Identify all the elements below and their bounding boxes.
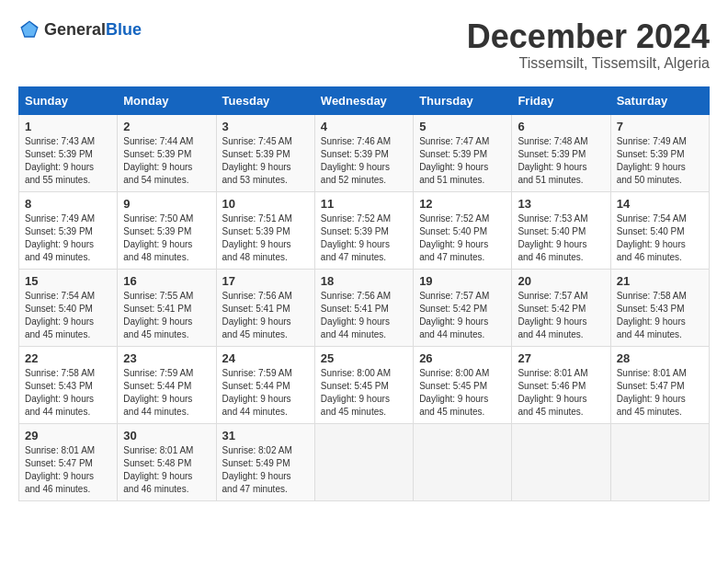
day-number: 28	[617, 351, 703, 365]
table-row	[512, 423, 610, 500]
table-row: 27 Sunrise: 8:01 AMSunset: 5:46 PMDaylig…	[512, 346, 610, 423]
day-info: Sunrise: 7:45 AMSunset: 5:39 PMDaylight:…	[222, 136, 292, 185]
calendar-week-row: 22 Sunrise: 7:58 AMSunset: 5:43 PMDaylig…	[19, 346, 710, 423]
day-info: Sunrise: 7:59 AMSunset: 5:44 PMDaylight:…	[123, 368, 193, 417]
table-row: 29 Sunrise: 8:01 AMSunset: 5:47 PMDaylig…	[19, 423, 118, 500]
col-saturday: Saturday	[610, 86, 709, 114]
day-info: Sunrise: 7:54 AMSunset: 5:40 PMDaylight:…	[25, 291, 95, 339]
table-row: 25 Sunrise: 8:00 AMSunset: 5:45 PMDaylig…	[314, 346, 413, 423]
day-number: 12	[419, 197, 506, 211]
calendar-week-row: 1 Sunrise: 7:43 AMSunset: 5:39 PMDayligh…	[19, 114, 710, 191]
table-row: 9 Sunrise: 7:50 AMSunset: 5:39 PMDayligh…	[118, 191, 216, 269]
table-row: 15 Sunrise: 7:54 AMSunset: 5:40 PMDaylig…	[19, 269, 118, 346]
day-number: 2	[123, 120, 210, 133]
day-number: 25	[321, 351, 407, 365]
calendar-header-row: Sunday Monday Tuesday Wednesday Thursday…	[19, 86, 710, 114]
table-row: 28 Sunrise: 8:01 AMSunset: 5:47 PMDaylig…	[610, 346, 709, 423]
day-info: Sunrise: 7:58 AMSunset: 5:43 PMDaylight:…	[25, 368, 95, 417]
day-info: Sunrise: 7:44 AMSunset: 5:39 PMDaylight:…	[123, 136, 193, 185]
day-number: 18	[321, 274, 407, 288]
title-section: December 2024 Tissemsilt, Tissemsilt, Al…	[467, 18, 710, 72]
day-info: Sunrise: 7:56 AMSunset: 5:41 PMDaylight:…	[222, 291, 292, 339]
table-row: 8 Sunrise: 7:49 AMSunset: 5:39 PMDayligh…	[19, 191, 118, 269]
table-row: 11 Sunrise: 7:52 AMSunset: 5:39 PMDaylig…	[314, 191, 413, 269]
day-number: 22	[25, 351, 111, 365]
day-number: 23	[123, 351, 210, 365]
day-info: Sunrise: 7:57 AMSunset: 5:42 PMDaylight:…	[419, 291, 489, 339]
table-row: 23 Sunrise: 7:59 AMSunset: 5:44 PMDaylig…	[118, 346, 216, 423]
svg-marker-1	[22, 22, 37, 36]
day-number: 21	[617, 274, 703, 288]
day-info: Sunrise: 7:53 AMSunset: 5:40 PMDaylight:…	[518, 213, 587, 262]
table-row: 16 Sunrise: 7:55 AMSunset: 5:41 PMDaylig…	[118, 269, 216, 346]
day-info: Sunrise: 7:47 AMSunset: 5:39 PMDaylight:…	[419, 136, 489, 185]
table-row: 14 Sunrise: 7:54 AMSunset: 5:40 PMDaylig…	[610, 191, 709, 269]
day-info: Sunrise: 7:54 AMSunset: 5:40 PMDaylight:…	[617, 213, 687, 262]
table-row	[610, 423, 709, 500]
day-number: 30	[123, 429, 210, 442]
day-info: Sunrise: 7:48 AMSunset: 5:39 PMDaylight:…	[518, 136, 587, 185]
calendar-table: Sunday Monday Tuesday Wednesday Thursday…	[18, 86, 710, 501]
day-number: 5	[419, 120, 506, 133]
day-info: Sunrise: 8:01 AMSunset: 5:46 PMDaylight:…	[518, 368, 587, 417]
table-row: 1 Sunrise: 7:43 AMSunset: 5:39 PMDayligh…	[19, 114, 118, 191]
day-info: Sunrise: 7:51 AMSunset: 5:39 PMDaylight:…	[222, 213, 292, 262]
header: GeneralBlue December 2024 Tissemsilt, Ti…	[18, 18, 710, 72]
logo-text-general: General	[44, 20, 106, 39]
day-number: 27	[518, 351, 604, 365]
day-number: 20	[518, 274, 604, 288]
col-sunday: Sunday	[19, 86, 118, 114]
table-row: 2 Sunrise: 7:44 AMSunset: 5:39 PMDayligh…	[118, 114, 216, 191]
table-row: 20 Sunrise: 7:57 AMSunset: 5:42 PMDaylig…	[512, 269, 610, 346]
logo: GeneralBlue	[18, 18, 142, 40]
day-info: Sunrise: 7:49 AMSunset: 5:39 PMDaylight:…	[617, 136, 687, 185]
day-number: 11	[321, 197, 407, 211]
page-container: GeneralBlue December 2024 Tissemsilt, Ti…	[18, 18, 710, 501]
table-row: 7 Sunrise: 7:49 AMSunset: 5:39 PMDayligh…	[610, 114, 709, 191]
day-number: 13	[518, 197, 604, 211]
calendar-week-row: 8 Sunrise: 7:49 AMSunset: 5:39 PMDayligh…	[19, 191, 710, 269]
table-row: 3 Sunrise: 7:45 AMSunset: 5:39 PMDayligh…	[216, 114, 314, 191]
logo-text-blue: Blue	[106, 20, 142, 39]
day-number: 9	[123, 197, 210, 211]
location-subtitle: Tissemsilt, Tissemsilt, Algeria	[467, 55, 710, 72]
day-number: 24	[222, 351, 309, 365]
table-row: 24 Sunrise: 7:59 AMSunset: 5:44 PMDaylig…	[216, 346, 314, 423]
month-title: December 2024	[467, 18, 710, 55]
table-row: 17 Sunrise: 7:56 AMSunset: 5:41 PMDaylig…	[216, 269, 314, 346]
day-number: 31	[222, 429, 309, 442]
day-info: Sunrise: 7:52 AMSunset: 5:40 PMDaylight:…	[419, 213, 489, 262]
day-info: Sunrise: 7:58 AMSunset: 5:43 PMDaylight:…	[617, 291, 687, 339]
logo-icon	[18, 18, 40, 40]
table-row: 18 Sunrise: 7:56 AMSunset: 5:41 PMDaylig…	[314, 269, 413, 346]
table-row: 4 Sunrise: 7:46 AMSunset: 5:39 PMDayligh…	[314, 114, 413, 191]
day-info: Sunrise: 8:01 AMSunset: 5:48 PMDaylight:…	[123, 445, 193, 494]
calendar-week-row: 29 Sunrise: 8:01 AMSunset: 5:47 PMDaylig…	[19, 423, 710, 500]
day-info: Sunrise: 7:43 AMSunset: 5:39 PMDaylight:…	[25, 136, 95, 185]
day-info: Sunrise: 7:49 AMSunset: 5:39 PMDaylight:…	[25, 213, 95, 262]
day-info: Sunrise: 7:52 AMSunset: 5:39 PMDaylight:…	[321, 213, 391, 262]
table-row: 21 Sunrise: 7:58 AMSunset: 5:43 PMDaylig…	[610, 269, 709, 346]
table-row: 6 Sunrise: 7:48 AMSunset: 5:39 PMDayligh…	[512, 114, 610, 191]
day-number: 6	[518, 120, 604, 133]
col-monday: Monday	[118, 86, 216, 114]
day-info: Sunrise: 8:00 AMSunset: 5:45 PMDaylight:…	[419, 368, 489, 417]
day-number: 17	[222, 274, 309, 288]
day-info: Sunrise: 7:59 AMSunset: 5:44 PMDaylight:…	[222, 368, 292, 417]
table-row: 19 Sunrise: 7:57 AMSunset: 5:42 PMDaylig…	[414, 269, 512, 346]
day-number: 19	[419, 274, 506, 288]
day-number: 10	[222, 197, 309, 211]
day-info: Sunrise: 7:50 AMSunset: 5:39 PMDaylight:…	[123, 213, 193, 262]
col-wednesday: Wednesday	[314, 86, 413, 114]
day-info: Sunrise: 7:46 AMSunset: 5:39 PMDaylight:…	[321, 136, 391, 185]
calendar-week-row: 15 Sunrise: 7:54 AMSunset: 5:40 PMDaylig…	[19, 269, 710, 346]
table-row: 22 Sunrise: 7:58 AMSunset: 5:43 PMDaylig…	[19, 346, 118, 423]
table-row: 26 Sunrise: 8:00 AMSunset: 5:45 PMDaylig…	[414, 346, 512, 423]
day-number: 14	[617, 197, 703, 211]
col-friday: Friday	[512, 86, 610, 114]
day-number: 1	[25, 120, 111, 133]
day-number: 3	[222, 120, 309, 133]
day-number: 15	[25, 274, 111, 288]
table-row: 10 Sunrise: 7:51 AMSunset: 5:39 PMDaylig…	[216, 191, 314, 269]
table-row: 30 Sunrise: 8:01 AMSunset: 5:48 PMDaylig…	[118, 423, 216, 500]
